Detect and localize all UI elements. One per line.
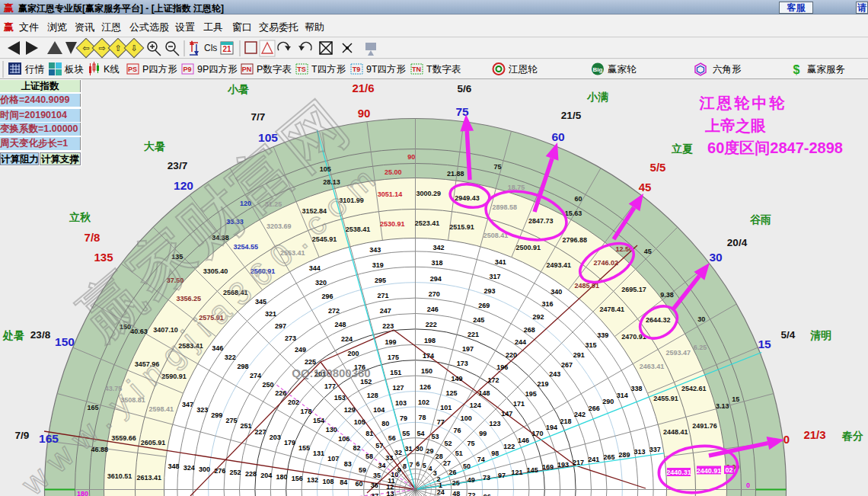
svg-text:130: 130 <box>326 426 337 434</box>
svg-text:78: 78 <box>419 414 426 421</box>
svg-text:3356.25: 3356.25 <box>176 295 201 302</box>
svg-text:T9: T9 <box>353 66 361 73</box>
svg-text:272: 272 <box>328 307 340 315</box>
svg-text:200: 200 <box>347 350 359 357</box>
svg-text:Big: Big <box>593 66 603 73</box>
svg-text:145: 145 <box>527 466 538 474</box>
svg-text:31: 31 <box>405 445 413 453</box>
svg-text:294: 294 <box>430 275 442 283</box>
svg-text:⇩: ⇩ <box>130 43 137 53</box>
svg-text:220: 220 <box>506 351 517 359</box>
svg-text:60: 60 <box>551 130 564 143</box>
svg-text:0: 0 <box>783 433 790 446</box>
svg-text:⇦: ⇦ <box>82 43 89 53</box>
svg-text:348: 348 <box>168 462 179 470</box>
svg-text:247: 247 <box>380 307 391 315</box>
svg-text:317: 317 <box>490 273 501 280</box>
svg-text:21.88: 21.88 <box>447 170 464 178</box>
svg-text:75: 75 <box>455 105 469 118</box>
svg-text:3407.10: 3407.10 <box>153 326 178 334</box>
svg-text:178: 178 <box>300 408 311 415</box>
svg-text:74: 74 <box>477 456 485 463</box>
svg-text:99: 99 <box>479 430 487 437</box>
svg-text:26: 26 <box>448 469 456 476</box>
svg-text:228: 228 <box>245 470 257 478</box>
svg-text:125: 125 <box>445 389 457 397</box>
svg-text:319: 319 <box>372 261 384 269</box>
svg-text:PS: PS <box>128 66 137 73</box>
svg-text:小暑: 小暑 <box>227 83 249 95</box>
svg-text:296: 296 <box>322 293 333 300</box>
svg-text:大暑: 大暑 <box>144 140 165 152</box>
svg-text:267: 267 <box>561 361 573 369</box>
svg-text:339: 339 <box>597 331 608 339</box>
svg-text:227: 227 <box>255 428 266 436</box>
svg-text:127: 127 <box>393 384 404 392</box>
svg-text:90: 90 <box>358 107 371 120</box>
svg-text:175: 175 <box>388 354 399 361</box>
svg-text:2515.91: 2515.91 <box>449 223 474 231</box>
svg-text:103: 103 <box>395 399 407 407</box>
svg-text:49: 49 <box>468 476 475 484</box>
svg-text:2493.41: 2493.41 <box>547 261 572 269</box>
svg-text:2949.43: 2949.43 <box>455 194 480 202</box>
svg-text:173: 173 <box>457 360 468 367</box>
svg-text:148: 148 <box>478 389 490 397</box>
svg-text:2491.76: 2491.76 <box>692 422 717 430</box>
svg-text:QQ:100800360: QQ:100800360 <box>292 366 370 379</box>
svg-text:271: 271 <box>377 292 388 299</box>
svg-text:36: 36 <box>371 482 378 489</box>
svg-text:97: 97 <box>498 472 506 479</box>
svg-text:165: 165 <box>39 432 59 445</box>
svg-text:342: 342 <box>433 244 445 251</box>
svg-text:265: 265 <box>603 453 614 461</box>
svg-text:204: 204 <box>260 472 272 479</box>
svg-text:321: 321 <box>265 310 276 318</box>
svg-text:2746.02: 2746.02 <box>594 259 619 267</box>
svg-text:2463.41: 2463.41 <box>640 363 665 370</box>
svg-text:100: 100 <box>461 414 472 422</box>
svg-text:346: 346 <box>212 344 223 352</box>
svg-text:224: 224 <box>341 335 353 343</box>
svg-text:处暑: 处暑 <box>2 329 24 341</box>
svg-text:341: 341 <box>495 258 506 266</box>
svg-text:59: 59 <box>359 466 366 474</box>
svg-text:172: 172 <box>487 376 499 384</box>
svg-text:立秋: 立秋 <box>69 211 91 223</box>
svg-text:3.13: 3.13 <box>716 402 729 410</box>
svg-text:3559.66: 3559.66 <box>111 434 136 442</box>
svg-text:6.25: 6.25 <box>694 344 707 351</box>
svg-text:75: 75 <box>468 440 475 447</box>
svg-text:2644.32: 2644.32 <box>646 316 671 324</box>
svg-text:108: 108 <box>322 478 333 485</box>
svg-text:21/3: 21/3 <box>803 428 825 441</box>
svg-text:315: 315 <box>585 341 596 349</box>
svg-text:02: 02 <box>725 466 732 474</box>
svg-text:105: 105 <box>354 418 365 426</box>
svg-text:15: 15 <box>758 338 771 350</box>
svg-text:299: 299 <box>211 411 222 419</box>
svg-text:290: 290 <box>602 398 614 405</box>
svg-text:289: 289 <box>618 451 630 459</box>
svg-text:34: 34 <box>378 462 386 469</box>
svg-text:29: 29 <box>426 447 433 455</box>
svg-text:293: 293 <box>483 287 495 295</box>
svg-text:谷雨: 谷雨 <box>749 213 771 226</box>
svg-text:2440.31: 2440.31 <box>666 469 691 476</box>
svg-text:72: 72 <box>468 491 475 496</box>
svg-text:193: 193 <box>557 461 569 469</box>
svg-text:297: 297 <box>275 322 286 330</box>
svg-text:318: 318 <box>432 259 443 267</box>
svg-text:300: 300 <box>199 466 210 473</box>
svg-text:347: 347 <box>182 401 193 408</box>
svg-text:2593.47: 2593.47 <box>665 349 691 357</box>
svg-text:51: 51 <box>455 450 463 457</box>
svg-text:75: 75 <box>493 163 501 171</box>
svg-text:27: 27 <box>443 459 451 467</box>
svg-text:292: 292 <box>533 313 544 321</box>
svg-text:151: 151 <box>390 369 401 376</box>
svg-text:54: 54 <box>417 430 425 437</box>
svg-text:82: 82 <box>353 444 360 452</box>
svg-text:20/4: 20/4 <box>727 237 748 248</box>
svg-text:149: 149 <box>452 375 463 382</box>
